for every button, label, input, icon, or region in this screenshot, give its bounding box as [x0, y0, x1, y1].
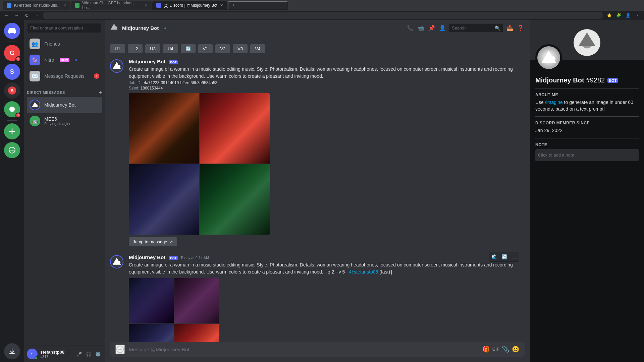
- variation-v2-button[interactable]: V2: [215, 44, 230, 53]
- download-button[interactable]: [4, 343, 20, 359]
- react-button[interactable]: 🌊: [489, 252, 499, 261]
- tab-label-3: (2) Discord | @Midjourney Bot: [164, 3, 218, 8]
- dm-links-section: 👥 Friends 🔮 Nitro NEW ✦ ✉️ Message Reque…: [24, 36, 105, 84]
- divider-3: [535, 138, 639, 138]
- image-cell-2-2: [174, 278, 219, 323]
- microphone-button[interactable]: 🎤: [75, 350, 83, 358]
- image-grid-2: [129, 278, 219, 342]
- reload-button[interactable]: ↻: [23, 11, 31, 19]
- dm-list: Midjourney Bot 🤖 MEE6 Playing /imagine: [24, 97, 105, 129]
- mee6-info: MEE6 Playing /imagine: [44, 116, 71, 126]
- extensions-button[interactable]: 🧩: [614, 11, 623, 19]
- menu-button[interactable]: ⋮: [633, 11, 641, 19]
- image-cell-2-3: [129, 324, 174, 342]
- browser-tab-1[interactable]: KI erstellt Tonstudio-Bild... ✕: [3, 1, 70, 10]
- upscale-u1-button[interactable]: U1: [110, 44, 125, 53]
- add-server-button[interactable]: [4, 123, 20, 139]
- app-container: G 1 S A 1 👥 Friend: [0, 0, 644, 362]
- new-dm-button[interactable]: +: [99, 89, 102, 96]
- tab-label-1: KI erstellt Tonstudio-Bild...: [14, 3, 61, 8]
- svg-point-8: [118, 65, 120, 68]
- variation-v4-button[interactable]: V4: [250, 44, 265, 53]
- sidebar-item-friends[interactable]: 👥 Friends: [27, 36, 102, 52]
- mention-link[interactable]: @stefanstp08: [349, 269, 378, 275]
- chat-title: Midjourney Bot: [122, 25, 159, 31]
- bookmark-button[interactable]: ⭐: [605, 11, 613, 19]
- help-button[interactable]: ❓: [517, 24, 525, 32]
- search-input[interactable]: [452, 25, 492, 31]
- note-input[interactable]: [535, 149, 639, 161]
- tab-close-2[interactable]: ✕: [145, 3, 148, 8]
- home-button[interactable]: ⌂: [33, 11, 41, 19]
- nitro-star-icon: ✦: [74, 57, 78, 63]
- mee6-avatar: 🤖: [30, 116, 40, 126]
- mee6-status: Playing /imagine: [44, 122, 71, 126]
- sidebar-item-nitro[interactable]: 🔮 Nitro NEW ✦: [27, 52, 102, 68]
- nitro-label: Nitro: [44, 57, 54, 63]
- variation-v1-button[interactable]: V1: [198, 44, 213, 53]
- self-avatar: S: [27, 349, 38, 359]
- profile-username: Midjourney Bot #9282 BOT: [535, 76, 639, 84]
- dm-item-midjourney[interactable]: Midjourney Bot: [27, 97, 102, 113]
- image-cell-1-4: [200, 164, 270, 235]
- jump-to-message-button[interactable]: Jump to message ↗: [129, 237, 177, 246]
- video-button[interactable]: 📹: [417, 24, 425, 32]
- variation-v3-button[interactable]: V3: [233, 44, 248, 53]
- server-icon-1[interactable]: G 1: [4, 45, 20, 61]
- profile-button[interactable]: 👤: [624, 11, 632, 19]
- tab-close-3[interactable]: ✕: [220, 3, 223, 8]
- profile-avatar: [535, 44, 562, 71]
- refresh-button[interactable]: 🔄: [181, 44, 196, 53]
- tab-label-2: Wie man ChatGPT beibringt, be...: [82, 1, 142, 10]
- new-tab-button[interactable]: +: [228, 1, 288, 10]
- upscale-u2-button[interactable]: U2: [128, 44, 143, 53]
- sticker-button[interactable]: 📎: [502, 346, 509, 353]
- browser-tab-3[interactable]: (2) Discord | @Midjourney Bot ✕: [152, 1, 227, 10]
- tab-close-1[interactable]: ✕: [63, 3, 66, 8]
- add-friend-button[interactable]: 👤: [438, 24, 446, 32]
- mee6-name: MEE6: [44, 116, 71, 122]
- online-status-icon: ●: [164, 26, 166, 31]
- input-actions: 🎁 GIF 📎 😊: [482, 346, 519, 353]
- server-icon-4[interactable]: 1: [4, 101, 20, 117]
- self-username: stefanstp08: [40, 350, 72, 355]
- server-icon-2[interactable]: S: [4, 64, 20, 80]
- server-badge-4: 1: [15, 113, 21, 118]
- server-icon-3[interactable]: A: [4, 82, 20, 99]
- browser-tab-2[interactable]: Wie man ChatGPT beibringt, be... ✕: [71, 1, 152, 10]
- messages-container: U1 U2 U3 U4 🔄 V1 V2 V3 V4 Midjourney Bot: [105, 36, 530, 342]
- message-header-1: Midjourney Bot BOT: [129, 59, 525, 64]
- user-profile-sidebar: Midjourney Bot #9282 BOT ABOUT ME Use /i…: [530, 20, 644, 362]
- more-actions-button[interactable]: …: [509, 252, 519, 261]
- settings-button[interactable]: ⚙️: [94, 350, 102, 358]
- browser-extension-actions: ⭐ 🧩 👤 ⋮: [605, 11, 641, 19]
- svg-point-14: [550, 56, 555, 61]
- dm-search-input[interactable]: [28, 23, 101, 33]
- reply-button[interactable]: ↩️: [499, 252, 509, 261]
- gift-button[interactable]: 🎁: [482, 346, 490, 353]
- inbox-button[interactable]: 📥: [506, 24, 514, 32]
- explore-servers-button[interactable]: [4, 142, 20, 158]
- imagine-command-link[interactable]: /imagine: [545, 100, 563, 105]
- dm-item-mee6[interactable]: 🤖 MEE6 Playing /imagine: [27, 113, 102, 129]
- sidebar-item-message-requests[interactable]: ✉️ Message Requests 1: [27, 68, 102, 84]
- midjourney-bot-avatar-2: [110, 255, 123, 268]
- bot-badge-1: BOT: [169, 60, 178, 64]
- gif-button[interactable]: GIF: [492, 347, 499, 352]
- profile-avatar-image: [537, 46, 560, 69]
- call-button[interactable]: 📞: [406, 24, 414, 32]
- job-id-value: efa71223-391f-4019-b2ee-56b3e9584a53: [143, 80, 217, 85]
- attach-button[interactable]: [115, 345, 125, 354]
- emoji-button[interactable]: 😊: [512, 346, 519, 353]
- headphones-button[interactable]: 🎧: [85, 350, 93, 358]
- forward-button[interactable]: →: [13, 11, 21, 19]
- back-button[interactable]: ←: [3, 11, 11, 19]
- tab-favicon-3: [156, 3, 161, 8]
- pin-button[interactable]: 📌: [428, 24, 436, 32]
- upscale-u3-button[interactable]: U3: [145, 44, 160, 53]
- url-bar[interactable]: discord.com/channels/@me/106344374919731…: [43, 12, 603, 19]
- upscale-u4-button[interactable]: U4: [163, 44, 178, 53]
- server-icon-home[interactable]: [4, 23, 20, 39]
- svg-point-6: [36, 104, 38, 106]
- message-input[interactable]: [129, 343, 478, 356]
